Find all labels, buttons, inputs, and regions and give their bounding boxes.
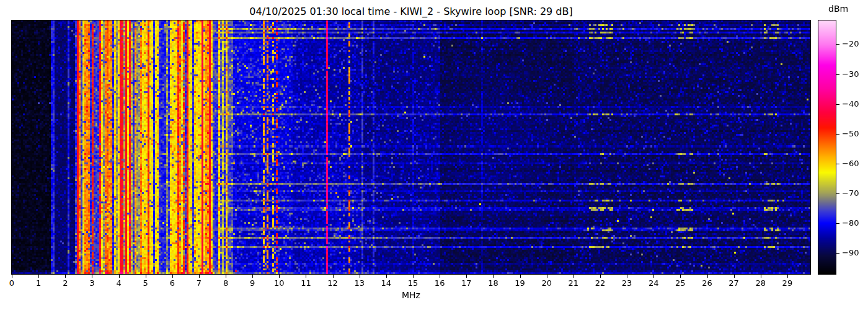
x-tick-label: 1 bbox=[26, 278, 51, 288]
x-tick-mark bbox=[520, 275, 521, 278]
x-tick-mark bbox=[680, 275, 681, 278]
colorbar-tick-mark bbox=[836, 223, 839, 224]
x-tick-label: 16 bbox=[427, 278, 452, 288]
chart-title: 04/10/2025 01:30 local time - KIWI_2 - S… bbox=[12, 6, 810, 17]
x-tick-mark bbox=[787, 275, 788, 278]
x-tick-mark bbox=[653, 275, 654, 278]
colorbar-tick-label: −50 bbox=[842, 130, 859, 138]
colorbar-tick-label: −30 bbox=[842, 70, 859, 79]
x-tick-mark bbox=[306, 275, 306, 278]
x-tick-mark bbox=[386, 275, 387, 278]
colorbar-tick-label: −60 bbox=[842, 159, 859, 168]
x-tick-mark bbox=[279, 275, 280, 278]
colorbar-tick-label: −40 bbox=[842, 100, 859, 108]
x-tick-mark bbox=[146, 275, 146, 278]
x-tick-mark bbox=[734, 275, 735, 278]
colorbar-tick-label: −70 bbox=[842, 189, 859, 198]
colorbar-tick-mark bbox=[836, 253, 839, 254]
spectrogram-figure: 04/10/2025 01:30 local time - KIWI_2 - S… bbox=[0, 0, 868, 310]
x-tick-label: 3 bbox=[79, 278, 104, 288]
colorbar bbox=[818, 20, 836, 274]
x-tick-label: 28 bbox=[748, 278, 773, 288]
x-tick-label: 12 bbox=[321, 278, 345, 288]
x-tick-mark bbox=[65, 275, 66, 278]
x-tick-label: 22 bbox=[588, 278, 613, 288]
colorbar-tick-label: −20 bbox=[842, 40, 859, 48]
x-tick-mark bbox=[119, 275, 120, 278]
x-tick-label: 7 bbox=[187, 278, 211, 288]
x-tick-mark bbox=[600, 275, 601, 278]
x-tick-label: 18 bbox=[480, 278, 505, 288]
x-tick-label: 29 bbox=[775, 278, 800, 288]
x-tick-mark bbox=[252, 275, 253, 278]
x-tick-label: 17 bbox=[454, 278, 479, 288]
spectrogram-canvas bbox=[12, 20, 810, 274]
spectrogram-plot bbox=[12, 20, 810, 274]
colorbar-tick-mark bbox=[836, 104, 839, 105]
x-tick-label: 10 bbox=[267, 278, 291, 288]
x-tick-label: 15 bbox=[401, 278, 425, 288]
x-tick-mark bbox=[226, 275, 226, 278]
x-tick-label: 20 bbox=[534, 278, 559, 288]
x-tick-mark bbox=[360, 275, 360, 278]
colorbar-tick-mark bbox=[836, 134, 839, 135]
colorbar-tick-label: −80 bbox=[842, 219, 859, 228]
x-axis-label: MHz bbox=[12, 290, 810, 300]
x-tick-label: 0 bbox=[0, 278, 24, 288]
x-tick-mark bbox=[761, 275, 761, 278]
x-tick-mark bbox=[413, 275, 414, 278]
colorbar-tick-mark bbox=[836, 164, 839, 164]
colorbar-tick-label: −90 bbox=[842, 249, 859, 257]
x-tick-label: 19 bbox=[508, 278, 533, 288]
x-tick-label: 6 bbox=[160, 278, 185, 288]
x-tick-mark bbox=[440, 275, 440, 278]
x-tick-mark bbox=[574, 275, 574, 278]
x-tick-mark bbox=[466, 275, 467, 278]
x-tick-label: 25 bbox=[668, 278, 693, 288]
x-tick-mark bbox=[627, 275, 627, 278]
x-tick-mark bbox=[707, 275, 708, 278]
colorbar-tick-mark bbox=[836, 44, 839, 45]
colorbar-tick-mark bbox=[836, 74, 839, 75]
x-tick-label: 2 bbox=[53, 278, 78, 288]
x-tick-mark bbox=[199, 275, 200, 278]
x-tick-label: 27 bbox=[722, 278, 746, 288]
x-tick-label: 11 bbox=[293, 278, 318, 288]
x-tick-mark bbox=[547, 275, 547, 278]
colorbar-canvas bbox=[818, 20, 836, 274]
x-tick-mark bbox=[493, 275, 494, 278]
x-tick-mark bbox=[92, 275, 92, 278]
x-tick-label: 13 bbox=[347, 278, 372, 288]
x-tick-mark bbox=[38, 275, 39, 278]
x-tick-mark bbox=[172, 275, 173, 278]
x-tick-label: 5 bbox=[133, 278, 158, 288]
colorbar-unit-label: dBm bbox=[828, 4, 866, 14]
x-tick-label: 4 bbox=[107, 278, 131, 288]
x-tick-mark bbox=[333, 275, 334, 278]
x-tick-label: 21 bbox=[561, 278, 586, 288]
x-tick-label: 9 bbox=[240, 278, 265, 288]
x-tick-label: 23 bbox=[614, 278, 639, 288]
x-tick-label: 14 bbox=[374, 278, 399, 288]
x-tick-mark bbox=[12, 275, 12, 278]
x-tick-label: 24 bbox=[641, 278, 666, 288]
x-tick-label: 8 bbox=[213, 278, 238, 288]
colorbar-tick-mark bbox=[836, 193, 839, 194]
x-tick-label: 26 bbox=[695, 278, 720, 288]
